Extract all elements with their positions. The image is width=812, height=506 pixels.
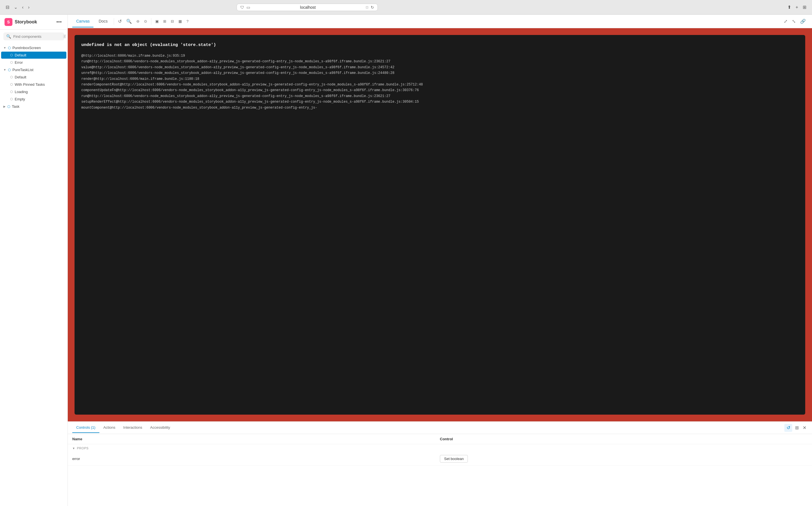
main-content: Canvas Docs ↺ 🔍 ⊖ ⊙ ▣ ⊞ ⊟ ▦ ? ⤢ ⤡ 🔗 (68, 15, 812, 506)
sidebar-toggle-btn[interactable]: ⊟ (4, 3, 10, 11)
share-btn[interactable]: ⬆ (786, 3, 792, 11)
panel-layout-btn[interactable]: ⊞ (794, 424, 800, 432)
expand-btn[interactable]: ⤢ (782, 17, 789, 26)
task-header[interactable]: ▶ ⬡ Task (0, 103, 67, 110)
story-label: Error (15, 60, 23, 65)
chevron-down-icon[interactable]: ⌄ (13, 3, 19, 11)
measure-btn[interactable]: ▦ (177, 17, 184, 25)
grid-view-btn[interactable]: ⊞ (161, 17, 168, 25)
shield-icon: 🛡 (240, 5, 244, 10)
sidebar-item-pure-task-empty[interactable]: ⬡ Empty (1, 96, 66, 103)
reload-toolbar-btn[interactable]: ↺ (116, 17, 123, 26)
actions-tab-label: Actions (103, 425, 116, 430)
address-text: localhost (252, 5, 363, 10)
tab-controls[interactable]: Controls (1) (72, 423, 99, 433)
bottom-tab-actions: ↺ ⊞ ✕ (784, 424, 808, 432)
browser-actions: ⬆ + ⊞ (786, 3, 808, 11)
browser-chrome: ⊟ ⌄ ‹ › 🛡 ▭ localhost ⊡ ↻ ⬆ + ⊞ (0, 0, 812, 15)
pure-task-list-label: PureTaskList (12, 68, 33, 72)
chevron-right-icon: ▶ (3, 105, 6, 108)
grid-btn[interactable]: ⊞ (802, 3, 808, 11)
zoom-out-btn[interactable]: ⊖ (135, 17, 141, 25)
toolbar-divider-2 (151, 18, 151, 25)
back-btn[interactable]: ‹ (21, 4, 24, 11)
sidebar-item-pure-inbox-default[interactable]: ⬡ Default (1, 52, 66, 59)
tree-group-task: ▶ ⬡ Task (0, 103, 67, 110)
controls-panel: Name Control ▼ PROPS error Set boolean (68, 434, 812, 506)
bottom-tabs: Controls (1) Actions Interactions Access… (68, 422, 812, 434)
main-toolbar: Canvas Docs ↺ 🔍 ⊖ ⊙ ▣ ⊞ ⊟ ▦ ? ⤢ ⤡ 🔗 (68, 15, 812, 28)
pure-inbox-screen-label: PureInboxScreen (12, 46, 41, 50)
sidebar-item-pure-task-loading[interactable]: ⬡ Loading (1, 88, 66, 95)
set-boolean-btn[interactable]: Set boolean (440, 455, 468, 462)
address-bar[interactable]: 🛡 ▭ localhost ⊡ ↻ (236, 4, 378, 11)
controls-tab-label: Controls (1) (76, 425, 95, 430)
sidebar-item-pure-task-pinned[interactable]: ⬡ With Pinned Tasks (1, 81, 66, 88)
component-icon: ⬡ (8, 68, 11, 72)
canvas-area: undefined is not an object (evaluating '… (68, 28, 812, 421)
chevron-down-icon: ▼ (72, 447, 75, 450)
new-window-btn[interactable]: ⤡ (790, 17, 797, 26)
story-label: Default (15, 53, 26, 57)
control-col-header: Control (440, 437, 808, 441)
props-label: ▼ PROPS (68, 444, 812, 452)
chevron-down-icon: ▼ (3, 46, 6, 49)
app-layout: S Storybook ••• 🔍 / ▼ ⬡ PureInboxScreen … (0, 15, 812, 506)
sidebar-panel-btn[interactable]: ⊟ (169, 17, 176, 25)
copy-link-btn[interactable]: 🔗 (799, 17, 808, 26)
search-bar[interactable]: 🔍 / (3, 32, 64, 40)
close-panel-btn[interactable]: ✕ (802, 424, 808, 432)
tab-icon: ▭ (247, 5, 250, 10)
controls-header: Name Control (68, 434, 812, 444)
tab-interactions[interactable]: Interactions (120, 423, 146, 433)
interactions-tab-label: Interactions (123, 425, 142, 430)
docs-tab-label: Docs (98, 19, 108, 23)
search-icon: 🔍 (6, 34, 11, 38)
story-icon: ⬡ (10, 61, 13, 64)
story-label: Default (15, 75, 26, 79)
toolbar-divider (114, 18, 114, 25)
help-btn[interactable]: ? (185, 17, 190, 25)
story-icon: ⬡ (10, 97, 13, 101)
props-row-error: error Set boolean (68, 452, 812, 466)
prop-control-error: Set boolean (440, 455, 808, 462)
tab-docs[interactable]: Docs (94, 15, 112, 27)
tab-accessibility[interactable]: Accessibility (146, 423, 174, 433)
new-tab-btn[interactable]: + (795, 3, 799, 11)
name-col-header: Name (72, 437, 440, 441)
error-panel: undefined is not an object (evaluating '… (75, 35, 805, 415)
zoom-in-btn[interactable]: 🔍 (125, 17, 134, 26)
component-icon: ⬡ (7, 105, 10, 108)
sidebar: S Storybook ••• 🔍 / ▼ ⬡ PureInboxScreen … (0, 15, 68, 506)
pure-task-list-header[interactable]: ▼ ⬡ PureTaskList (0, 66, 67, 73)
search-input[interactable] (13, 34, 61, 38)
tab-actions[interactable]: Actions (99, 423, 120, 433)
sidebar-more-btn[interactable]: ••• (55, 18, 63, 26)
pure-inbox-screen-header[interactable]: ▼ ⬡ PureInboxScreen (0, 44, 67, 51)
story-label: With Pinned Tasks (15, 82, 45, 87)
search-shortcut: / (63, 34, 66, 38)
story-icon: ⬡ (10, 83, 13, 86)
zoom-reset-btn[interactable]: ⊙ (142, 17, 149, 25)
error-stack: @http://localhost:6006/main.iframe.bundl… (81, 53, 799, 110)
chevron-down-icon: ▼ (3, 68, 6, 71)
toolbar-right: ⤢ ⤡ 🔗 (782, 17, 808, 26)
error-title: undefined is not an object (evaluating '… (81, 42, 799, 49)
reload-icon[interactable]: ↻ (371, 5, 374, 10)
forward-btn[interactable]: › (27, 4, 30, 11)
story-label: Empty (15, 97, 25, 101)
sidebar-item-pure-task-default[interactable]: ⬡ Default (1, 74, 66, 81)
bottom-panel: Controls (1) Actions Interactions Access… (68, 421, 812, 506)
story-icon: ⬡ (10, 53, 13, 57)
story-icon: ⬡ (10, 90, 13, 94)
fullscreen-canvas-btn[interactable]: ▣ (154, 17, 160, 25)
tree-group-pure-task-list: ▼ ⬡ PureTaskList ⬡ Default ⬡ With Pinned… (0, 66, 67, 103)
sidebar-item-pure-inbox-error[interactable]: ⬡ Error (1, 59, 66, 66)
reset-controls-btn[interactable]: ↺ (784, 424, 792, 432)
storybook-logo-icon: S (4, 18, 12, 26)
tab-canvas[interactable]: Canvas (72, 15, 93, 27)
canvas-tab-label: Canvas (76, 19, 89, 23)
story-label: Loading (15, 90, 28, 94)
story-icon: ⬡ (10, 75, 13, 79)
browser-controls: ⊟ ⌄ ‹ › (4, 3, 31, 11)
